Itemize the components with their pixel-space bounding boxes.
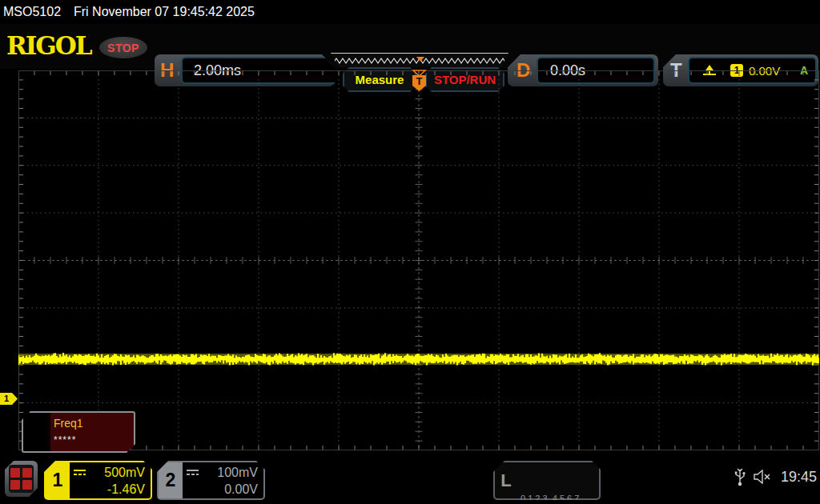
channel2-tab: 2	[159, 462, 183, 498]
model-name: MSO5102	[3, 5, 61, 19]
logic-analyzer-tab: L	[495, 462, 517, 498]
top-status-bar: MSO5102 Fri November 07 19:45:42 2025	[0, 0, 820, 24]
channel2-status-box[interactable]: 2 100mV 0.00V	[157, 461, 265, 500]
graticule-area	[18, 70, 819, 450]
waveform-overview-strip[interactable]	[331, 53, 508, 67]
overview-waveform-icon	[333, 55, 506, 66]
channel2-readout: 100mV 0.00V	[186, 462, 258, 498]
logic-row-0-7: 0 1 2 3 4 5 6 7	[521, 492, 605, 504]
rigol-logo: RIGOL	[6, 34, 91, 58]
measurement-name: Freq1	[54, 417, 83, 430]
channel1-offset: -1.46V	[73, 481, 145, 498]
red-squares-icon	[9, 465, 34, 493]
channel1-scale: 500mV	[90, 464, 145, 481]
channel2-offset: 0.00V	[186, 481, 258, 498]
logic-analyzer-status-box[interactable]: L 0 1 2 3 4 5 6 7 8 9 10 11 12 13 14 15	[493, 461, 601, 500]
channel2-scale: 100mV	[203, 464, 258, 481]
clock: 19:45	[781, 469, 817, 486]
channel1-readout: 500mV -1.46V	[73, 462, 145, 498]
speaker-muted-icon	[754, 470, 773, 484]
datetime: Fri November 07 19:45:42 2025	[74, 5, 255, 19]
bottom-bar: 1 500mV -1.46V 2	[0, 456, 820, 504]
acquisition-status-label: STOP	[107, 42, 139, 54]
status-icons: 19:45	[734, 467, 817, 486]
logic-channel-numbers: 0 1 2 3 4 5 6 7 8 9 10 11 12 13 14 15	[521, 466, 605, 504]
channel1-tab: 1	[46, 462, 70, 498]
dc-coupling-icon	[186, 468, 199, 477]
channel1-status-box[interactable]: 1 500mV -1.46V	[44, 461, 152, 500]
header-bar: RIGOL STOP H 2.00ms 1GSa/s 20Mpts Measur…	[0, 24, 820, 69]
oscilloscope-screen: MSO5102 Fri November 07 19:45:42 2025 RI…	[0, 0, 820, 504]
function-navigation-button[interactable]	[5, 461, 38, 497]
measurement-value: *****	[54, 434, 76, 446]
trigger-position-marker[interactable]: T	[412, 70, 427, 92]
graticule-grid	[18, 70, 819, 450]
dc-coupling-icon	[73, 468, 86, 477]
measurement-box[interactable]: Freq1 *****	[22, 411, 135, 453]
trigger-marker-letter: T	[416, 75, 423, 87]
acquisition-status-indicator[interactable]: STOP	[99, 37, 147, 58]
usb-icon	[734, 467, 746, 486]
channel1-level-marker[interactable]: 1	[0, 393, 18, 405]
channel1-marker-number: 1	[4, 394, 9, 403]
